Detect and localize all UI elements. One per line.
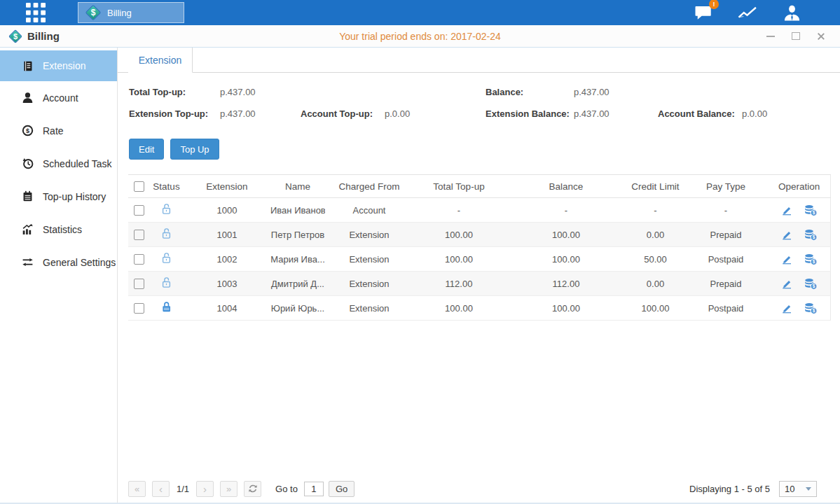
- top-up-row-button[interactable]: $: [804, 253, 818, 265]
- cell-total-topup: 100.00: [413, 247, 504, 272]
- cell-credit-limit: -: [628, 198, 683, 223]
- cell-charged-from: Extension: [325, 247, 413, 272]
- taskbar-tab-billing[interactable]: Billing: [78, 2, 184, 23]
- chevron-down-icon: [806, 487, 811, 491]
- edit-row-button[interactable]: [780, 279, 793, 289]
- sidebar-item-label: Top-up History: [43, 191, 106, 202]
- pencil-icon: [780, 303, 793, 314]
- row-checkbox[interactable]: [134, 205, 144, 216]
- row-checkbox[interactable]: [134, 254, 144, 265]
- goto-page-input[interactable]: [304, 482, 324, 496]
- line-chart-icon: [738, 5, 757, 20]
- billing-window-icon: [8, 29, 22, 43]
- sidebar-item-label: Extension: [43, 60, 85, 71]
- edit-row-button[interactable]: [780, 230, 793, 240]
- dollar-circle-icon: $: [22, 125, 34, 136]
- balance-summary: Total Top-up: p.437.00 Balance: p.437.00…: [118, 84, 840, 130]
- go-button[interactable]: Go: [329, 481, 354, 497]
- pagination-bar: 1/1 Go to Go Displaying 1 - 5 of 5 10: [128, 480, 817, 497]
- top-up-row-button[interactable]: $: [804, 204, 818, 216]
- svg-text:$: $: [813, 259, 815, 265]
- sidebar-item-scheduled-task[interactable]: Scheduled Task: [0, 147, 117, 180]
- cell-pay-type: Prepaid: [683, 272, 769, 296]
- cell-name: Мария Ива...: [270, 247, 325, 272]
- status-cell[interactable]: [149, 247, 184, 272]
- lock-open-icon: [160, 252, 172, 264]
- sidebar-item-label: General Settings: [43, 257, 116, 268]
- next-page-button[interactable]: [196, 481, 214, 497]
- top-up-row-button[interactable]: $: [804, 278, 818, 290]
- status-cell[interactable]: [149, 223, 184, 247]
- cell-total-topup: 112.00: [413, 272, 504, 296]
- cell-total-topup: 100.00: [413, 223, 504, 247]
- lock-open-icon: [160, 227, 172, 239]
- tab-extension[interactable]: Extension: [128, 48, 193, 73]
- cell-pay-type: Postpaid: [683, 296, 769, 321]
- cell-pay-type: Postpaid: [683, 247, 769, 272]
- lock-open-icon: [160, 203, 172, 215]
- row-checkbox[interactable]: [134, 230, 144, 240]
- sidebar-item-extension[interactable]: Extension: [0, 50, 117, 81]
- extension-topup-label: Extension Top-up:: [129, 108, 208, 119]
- toolbar: Edit Top Up: [129, 139, 840, 160]
- refresh-button[interactable]: [244, 481, 261, 497]
- sidebar-item-statistics[interactable]: Statistics: [0, 213, 117, 246]
- first-page-button[interactable]: [128, 481, 146, 497]
- ledger-icon: [22, 60, 34, 72]
- cell-balance: 100.00: [504, 247, 628, 272]
- cell-total-topup: 100.00: [413, 296, 504, 321]
- status-cell[interactable]: [149, 272, 184, 296]
- svg-text:$: $: [26, 127, 29, 134]
- select-all-checkbox[interactable]: [134, 181, 144, 192]
- cell-balance: 100.00: [504, 296, 628, 321]
- balance-label: Balance:: [486, 87, 523, 97]
- billing-app-icon: [85, 5, 101, 20]
- status-cell[interactable]: [149, 296, 184, 321]
- previous-page-button[interactable]: [152, 481, 170, 497]
- row-checkbox[interactable]: [134, 303, 144, 314]
- sidebar-item-rate[interactable]: $ Rate: [0, 114, 117, 147]
- sidebar-item-topup-history[interactable]: Top-up History: [0, 180, 117, 213]
- cell-balance: -: [504, 198, 628, 223]
- edit-row-button[interactable]: [780, 205, 793, 216]
- status-cell[interactable]: [149, 198, 184, 223]
- coins-dollar-icon: $: [804, 278, 818, 290]
- pencil-icon: [780, 254, 793, 265]
- table-row: 1002 Мария Ива... Extension 100.00 100.0…: [128, 247, 830, 272]
- cell-credit-limit: 0.00: [628, 223, 683, 247]
- minimize-button[interactable]: [766, 31, 776, 41]
- table-row: 1003 Дмитрий Д... Extension 112.00 112.0…: [128, 272, 830, 296]
- sidebar-item-account[interactable]: Account: [0, 81, 117, 114]
- row-checkbox[interactable]: [134, 279, 144, 289]
- page-size-select[interactable]: 10: [779, 481, 817, 497]
- edit-row-button[interactable]: [780, 303, 793, 314]
- cell-credit-limit: 0.00: [628, 272, 683, 296]
- close-button[interactable]: [816, 31, 826, 41]
- edit-button[interactable]: Edit: [129, 139, 164, 160]
- top-up-row-button[interactable]: $: [804, 302, 818, 314]
- sidebar-item-general-settings[interactable]: General Settings: [0, 246, 117, 279]
- messages-button[interactable]: [693, 4, 714, 22]
- sidebar: Extension Account $ Rate Scheduled Task: [0, 48, 118, 504]
- edit-row-button[interactable]: [780, 254, 793, 265]
- top-up-row-button[interactable]: $: [804, 229, 818, 241]
- cell-charged-from: Extension: [325, 223, 413, 247]
- svg-text:$: $: [813, 308, 815, 314]
- window-content: Extension Account $ Rate Scheduled Task: [0, 48, 840, 504]
- last-page-button[interactable]: [220, 481, 237, 497]
- apps-menu-button[interactable]: [25, 1, 47, 24]
- table-row: 1001 Петр Петров Extension 100.00 100.00…: [128, 223, 830, 247]
- page-size-value: 10: [785, 484, 794, 494]
- extension-table: Status Extension Name Charged From Total…: [128, 174, 831, 321]
- resource-monitor-button[interactable]: [737, 4, 758, 22]
- clock-history-icon: [22, 158, 34, 169]
- account-menu-button[interactable]: [781, 4, 802, 22]
- refresh-icon: [248, 484, 258, 493]
- window-controls: [766, 31, 826, 41]
- balance-value: p.437.00: [574, 87, 610, 97]
- top-up-button[interactable]: Top Up: [170, 139, 219, 160]
- notification-badge: [709, 0, 719, 9]
- window-title-group: Billing: [8, 29, 60, 43]
- maximize-button[interactable]: [791, 31, 801, 41]
- taskbar-tab-label: Billing: [107, 8, 132, 18]
